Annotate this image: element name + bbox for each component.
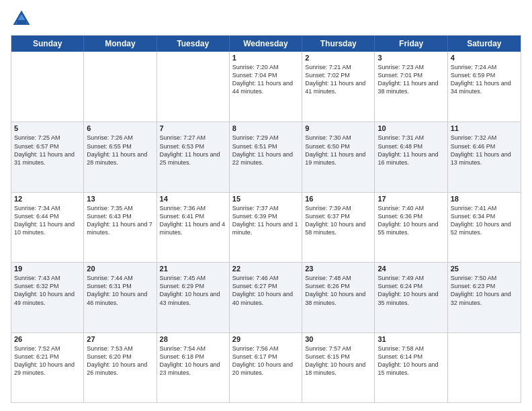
day-number: 9: [305, 124, 371, 132]
cell-info: Sunrise: 7:23 AM Sunset: 7:01 PM Dayligh…: [378, 63, 444, 96]
calendar-cell: 20Sunrise: 7:44 AM Sunset: 6:31 PM Dayli…: [84, 263, 157, 332]
calendar-cell: [448, 333, 521, 402]
day-number: 14: [160, 195, 226, 203]
cell-info: Sunrise: 7:48 AM Sunset: 6:26 PM Dayligh…: [305, 274, 371, 307]
cell-info: Sunrise: 7:29 AM Sunset: 6:51 PM Dayligh…: [232, 134, 299, 167]
cell-info: Sunrise: 7:49 AM Sunset: 6:24 PM Dayligh…: [378, 274, 444, 307]
calendar-cell: 9Sunrise: 7:30 AM Sunset: 6:50 PM Daylig…: [302, 122, 375, 191]
day-number: 28: [160, 335, 226, 343]
header: [11, 8, 521, 30]
weekday-header: Thursday: [302, 36, 375, 52]
calendar-cell: 6Sunrise: 7:26 AM Sunset: 6:55 PM Daylig…: [84, 122, 157, 191]
day-number: 3: [378, 54, 444, 62]
calendar-cell: 26Sunrise: 7:52 AM Sunset: 6:21 PM Dayli…: [11, 333, 84, 402]
day-number: 30: [305, 335, 371, 343]
calendar: SundayMondayTuesdayWednesdayThursdayFrid…: [11, 35, 521, 403]
cell-info: Sunrise: 7:39 AM Sunset: 6:37 PM Dayligh…: [305, 204, 371, 237]
cell-info: Sunrise: 7:44 AM Sunset: 6:31 PM Dayligh…: [87, 274, 153, 307]
weekday-header: Wednesday: [230, 36, 302, 52]
calendar-body: 1Sunrise: 7:20 AM Sunset: 7:04 PM Daylig…: [11, 52, 521, 402]
cell-info: Sunrise: 7:37 AM Sunset: 6:39 PM Dayligh…: [232, 204, 299, 237]
day-number: 27: [87, 335, 153, 343]
calendar-cell: 28Sunrise: 7:54 AM Sunset: 6:18 PM Dayli…: [157, 333, 230, 402]
calendar-cell: 15Sunrise: 7:37 AM Sunset: 6:39 PM Dayli…: [230, 193, 302, 262]
calendar-cell: 21Sunrise: 7:45 AM Sunset: 6:29 PM Dayli…: [157, 263, 230, 332]
cell-info: Sunrise: 7:46 AM Sunset: 6:27 PM Dayligh…: [232, 274, 299, 307]
cell-info: Sunrise: 7:36 AM Sunset: 6:41 PM Dayligh…: [160, 204, 226, 237]
day-number: 15: [232, 195, 299, 203]
day-number: 17: [378, 195, 444, 203]
calendar-cell: 31Sunrise: 7:58 AM Sunset: 6:14 PM Dayli…: [375, 333, 447, 402]
calendar-cell: 2Sunrise: 7:21 AM Sunset: 7:02 PM Daylig…: [302, 52, 375, 122]
cell-info: Sunrise: 7:34 AM Sunset: 6:44 PM Dayligh…: [14, 204, 81, 237]
cell-info: Sunrise: 7:31 AM Sunset: 6:48 PM Dayligh…: [378, 134, 444, 167]
logo-icon: [11, 8, 32, 30]
cell-info: Sunrise: 7:21 AM Sunset: 7:02 PM Dayligh…: [305, 63, 371, 96]
page: SundayMondayTuesdayWednesdayThursdayFrid…: [0, 0, 532, 411]
calendar-cell: 4Sunrise: 7:24 AM Sunset: 6:59 PM Daylig…: [448, 52, 521, 122]
day-number: 23: [305, 265, 371, 273]
calendar-header: SundayMondayTuesdayWednesdayThursdayFrid…: [11, 36, 521, 52]
calendar-cell: [157, 52, 230, 122]
calendar-cell: 12Sunrise: 7:34 AM Sunset: 6:44 PM Dayli…: [11, 193, 84, 262]
weekday-header: Friday: [375, 36, 447, 52]
cell-info: Sunrise: 7:25 AM Sunset: 6:57 PM Dayligh…: [14, 134, 81, 167]
weekday-header: Sunday: [11, 36, 84, 52]
cell-info: Sunrise: 7:30 AM Sunset: 6:50 PM Dayligh…: [305, 134, 371, 167]
day-number: 5: [14, 124, 81, 132]
calendar-cell: 16Sunrise: 7:39 AM Sunset: 6:37 PM Dayli…: [302, 193, 375, 262]
day-number: 12: [14, 195, 81, 203]
weekday-header: Tuesday: [157, 36, 230, 52]
day-number: 13: [87, 195, 153, 203]
cell-info: Sunrise: 7:43 AM Sunset: 6:32 PM Dayligh…: [14, 274, 81, 307]
calendar-cell: [11, 52, 84, 122]
cell-info: Sunrise: 7:50 AM Sunset: 6:23 PM Dayligh…: [451, 274, 518, 307]
day-number: 11: [451, 124, 518, 132]
cell-info: Sunrise: 7:24 AM Sunset: 6:59 PM Dayligh…: [451, 63, 518, 96]
calendar-cell: 7Sunrise: 7:27 AM Sunset: 6:53 PM Daylig…: [157, 122, 230, 191]
logo: [11, 8, 35, 30]
calendar-row: 12Sunrise: 7:34 AM Sunset: 6:44 PM Dayli…: [11, 192, 521, 262]
cell-info: Sunrise: 7:40 AM Sunset: 6:36 PM Dayligh…: [378, 204, 444, 237]
day-number: 8: [232, 124, 299, 132]
cell-info: Sunrise: 7:56 AM Sunset: 6:17 PM Dayligh…: [232, 345, 299, 377]
calendar-row: 26Sunrise: 7:52 AM Sunset: 6:21 PM Dayli…: [11, 332, 521, 402]
day-number: 31: [378, 335, 444, 343]
cell-info: Sunrise: 7:20 AM Sunset: 7:04 PM Dayligh…: [232, 63, 299, 96]
cell-info: Sunrise: 7:58 AM Sunset: 6:14 PM Dayligh…: [378, 345, 444, 377]
calendar-cell: 11Sunrise: 7:32 AM Sunset: 6:46 PM Dayli…: [448, 122, 521, 191]
calendar-cell: 22Sunrise: 7:46 AM Sunset: 6:27 PM Dayli…: [230, 263, 302, 332]
calendar-cell: 13Sunrise: 7:35 AM Sunset: 6:43 PM Dayli…: [84, 193, 157, 262]
day-number: 10: [378, 124, 444, 132]
calendar-cell: 17Sunrise: 7:40 AM Sunset: 6:36 PM Dayli…: [375, 193, 447, 262]
day-number: 20: [87, 265, 153, 273]
calendar-row: 1Sunrise: 7:20 AM Sunset: 7:04 PM Daylig…: [11, 52, 521, 122]
cell-info: Sunrise: 7:27 AM Sunset: 6:53 PM Dayligh…: [160, 134, 226, 167]
day-number: 1: [232, 54, 299, 62]
cell-info: Sunrise: 7:41 AM Sunset: 6:34 PM Dayligh…: [451, 204, 518, 237]
calendar-cell: 18Sunrise: 7:41 AM Sunset: 6:34 PM Dayli…: [448, 193, 521, 262]
calendar-cell: 3Sunrise: 7:23 AM Sunset: 7:01 PM Daylig…: [375, 52, 447, 122]
day-number: 18: [451, 195, 518, 203]
calendar-cell: 27Sunrise: 7:53 AM Sunset: 6:20 PM Dayli…: [84, 333, 157, 402]
calendar-cell: 29Sunrise: 7:56 AM Sunset: 6:17 PM Dayli…: [230, 333, 302, 402]
day-number: 2: [305, 54, 371, 62]
calendar-row: 5Sunrise: 7:25 AM Sunset: 6:57 PM Daylig…: [11, 122, 521, 191]
day-number: 19: [14, 265, 81, 273]
svg-rect-2: [17, 20, 26, 25]
cell-info: Sunrise: 7:45 AM Sunset: 6:29 PM Dayligh…: [160, 274, 226, 307]
calendar-cell: 14Sunrise: 7:36 AM Sunset: 6:41 PM Dayli…: [157, 193, 230, 262]
day-number: 6: [87, 124, 153, 132]
calendar-cell: 8Sunrise: 7:29 AM Sunset: 6:51 PM Daylig…: [230, 122, 302, 191]
weekday-header: Monday: [84, 36, 157, 52]
day-number: 7: [160, 124, 226, 132]
calendar-cell: 25Sunrise: 7:50 AM Sunset: 6:23 PM Dayli…: [448, 263, 521, 332]
weekday-header: Saturday: [448, 36, 521, 52]
day-number: 24: [378, 265, 444, 273]
calendar-cell: 5Sunrise: 7:25 AM Sunset: 6:57 PM Daylig…: [11, 122, 84, 191]
day-number: 25: [451, 265, 518, 273]
cell-info: Sunrise: 7:54 AM Sunset: 6:18 PM Dayligh…: [160, 345, 226, 377]
cell-info: Sunrise: 7:57 AM Sunset: 6:15 PM Dayligh…: [305, 345, 371, 377]
day-number: 29: [232, 335, 299, 343]
day-number: 26: [14, 335, 81, 343]
